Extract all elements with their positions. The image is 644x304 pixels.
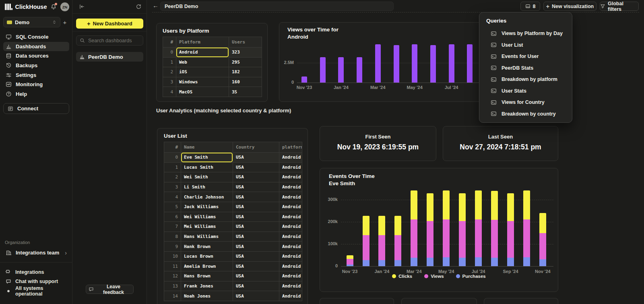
organization-team-selector[interactable]: Integrations team › — [3, 248, 69, 258]
cell[interactable]: Jack Williams — [181, 202, 233, 212]
row-index: 3 — [163, 77, 176, 87]
dashboard-title-input[interactable] — [160, 2, 394, 11]
cell[interactable]: Android — [279, 202, 302, 212]
add-service-button[interactable]: + — [60, 19, 69, 26]
back-button[interactable]: ← — [153, 2, 159, 8]
sidebar-item-help[interactable]: Help — [3, 89, 69, 99]
query-item-breakdown-by-platform[interactable]: Breakdown by platform — [479, 74, 572, 85]
connect-button[interactable]: Connect — [3, 103, 69, 114]
cell[interactable]: USA — [233, 232, 279, 242]
cell[interactable]: Noah Jones — [181, 291, 233, 301]
leave-feedback-button[interactable]: Leave feedback — [86, 285, 134, 294]
cell[interactable]: Android — [279, 242, 302, 252]
cell[interactable]: USA — [233, 251, 279, 261]
notifications-button[interactable] — [50, 4, 57, 10]
sidebar-item-dashboards[interactable]: Dashboards — [3, 42, 69, 52]
sidebar-item-backups[interactable]: Backups — [3, 61, 69, 70]
sidebar-item-data-sources[interactable]: Data sources — [3, 51, 69, 61]
new-visualization-button[interactable]: + New visualization — [543, 2, 597, 11]
refresh-button[interactable] — [136, 4, 142, 10]
cell[interactable]: USA — [233, 222, 279, 232]
cell[interactable]: Amelia Brown — [181, 261, 233, 271]
cell[interactable]: Android — [279, 212, 302, 222]
cell[interactable]: Android — [176, 48, 229, 58]
cell[interactable]: Android — [279, 222, 302, 232]
footer-item-chat-with-support[interactable]: Chat with support — [3, 277, 69, 287]
cell[interactable]: iOS — [176, 67, 229, 77]
cell[interactable]: Android — [279, 162, 302, 172]
cell[interactable]: 182 — [229, 67, 262, 77]
dashboard-list-item[interactable]: PeerDB Demo — [76, 52, 143, 62]
cell[interactable]: Hank Brown — [181, 242, 233, 252]
footer-item-all-systems-operational[interactable]: All systems operational — [3, 286, 69, 296]
cell[interactable]: 35 — [229, 87, 262, 97]
sidebar-item-sql-console[interactable]: SQL Console — [3, 32, 69, 42]
query-item-views-for-country[interactable]: Views for Country — [479, 97, 572, 108]
cell[interactable]: Hans Williams — [181, 232, 233, 242]
query-item-user-stats[interactable]: User Stats — [479, 85, 572, 97]
cell[interactable]: USA — [233, 162, 279, 172]
cell[interactable]: Android — [279, 232, 302, 242]
cell[interactable]: Li Smith — [181, 182, 233, 192]
search-input[interactable] — [87, 37, 140, 44]
workspace-selector[interactable]: Demo — [3, 17, 60, 27]
cell[interactable]: Android — [279, 192, 302, 202]
avatar[interactable]: ZN — [60, 2, 69, 11]
dashboard-search[interactable] — [76, 35, 143, 45]
footer-item-integrations[interactable]: Integrations — [3, 267, 69, 277]
visualization-count-button[interactable]: 8 — [520, 2, 540, 11]
cell[interactable]: Android — [279, 291, 302, 301]
cell[interactable]: Android — [279, 271, 302, 281]
terminal-icon — [491, 111, 497, 117]
terminal-icon — [491, 31, 497, 37]
new-dashboard-button[interactable]: + New Dashboard — [76, 19, 143, 29]
divider — [72, 13, 147, 14]
bar — [430, 45, 436, 83]
query-item-events-for-user[interactable]: Events for User — [479, 51, 572, 62]
global-filters-button[interactable]: Global filters — [600, 2, 639, 11]
cell[interactable]: USA — [233, 242, 279, 252]
cell[interactable]: 295 — [229, 57, 262, 67]
cell[interactable]: Android — [279, 261, 302, 271]
cell[interactable]: Lucas Brown — [181, 251, 233, 261]
cell[interactable]: USA — [233, 271, 279, 281]
cell[interactable]: USA — [233, 182, 279, 192]
cell[interactable]: Hans Brown — [181, 271, 233, 281]
query-item-user-list[interactable]: User List — [479, 39, 572, 51]
cell[interactable]: Eve Smith — [181, 153, 233, 163]
cell[interactable]: Android — [279, 251, 302, 261]
cell[interactable]: Frank Jones — [181, 281, 233, 291]
cell[interactable]: 323 — [229, 48, 262, 58]
cell[interactable]: Charlie Johnson — [181, 192, 233, 202]
cell[interactable]: USA — [233, 192, 279, 202]
sidebar-item-label: Settings — [16, 72, 36, 78]
cell[interactable]: USA — [233, 291, 279, 301]
cell[interactable]: USA — [233, 212, 279, 222]
cell[interactable]: Lucas Smith — [181, 162, 233, 172]
cell[interactable]: MacOS — [176, 87, 229, 97]
cell[interactable]: 160 — [229, 77, 262, 87]
cell[interactable]: USA — [233, 261, 279, 271]
query-item-views-by-platform-by-day[interactable]: Views by Platform by Day — [479, 28, 572, 39]
cell[interactable]: USA — [233, 281, 279, 291]
query-item-peerdb-stats[interactable]: PeerDB Stats — [479, 62, 572, 74]
sidebar-item-settings[interactable]: Settings — [3, 70, 69, 80]
cell[interactable]: Android — [279, 153, 302, 163]
sidebar-item-monitoring[interactable]: Monitoring — [3, 80, 69, 89]
cell[interactable]: Android — [279, 281, 302, 291]
cell[interactable]: Web — [176, 57, 229, 67]
collapse-sidebar-button[interactable] — [79, 4, 85, 10]
segment-purchases — [491, 258, 498, 266]
cell[interactable]: Android — [279, 172, 302, 182]
legend-dot-icon — [456, 274, 460, 278]
cell[interactable]: Mei Williams — [181, 222, 233, 232]
cell[interactable]: Wei Williams — [181, 212, 233, 222]
query-item-breakdown-by-country[interactable]: Breakdown by country — [479, 108, 572, 120]
building-icon — [6, 250, 12, 256]
cell[interactable]: Windows — [176, 77, 229, 87]
cell[interactable]: Android — [279, 182, 302, 192]
cell[interactable]: Wei Smith — [181, 172, 233, 182]
cell[interactable]: USA — [233, 202, 279, 212]
cell[interactable]: USA — [233, 153, 279, 163]
cell[interactable]: USA — [233, 172, 279, 182]
